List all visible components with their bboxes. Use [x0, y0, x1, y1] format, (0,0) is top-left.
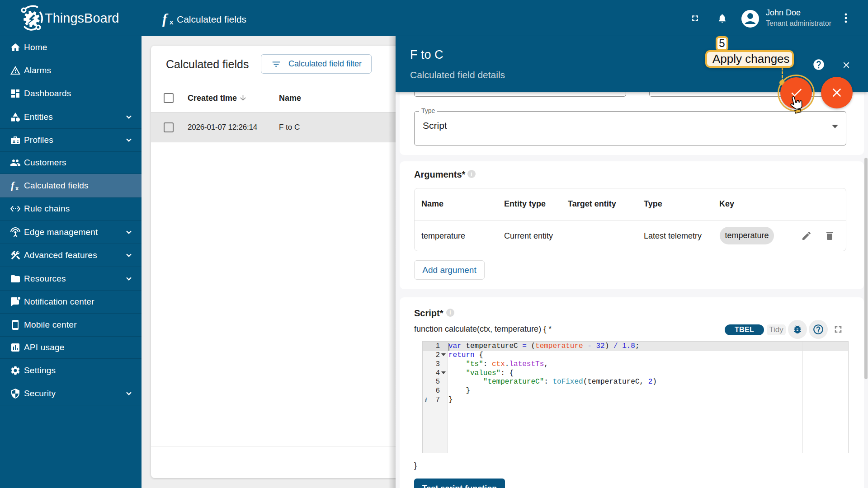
- svg-text:x: x: [15, 185, 19, 191]
- svg-text:f: f: [11, 180, 15, 191]
